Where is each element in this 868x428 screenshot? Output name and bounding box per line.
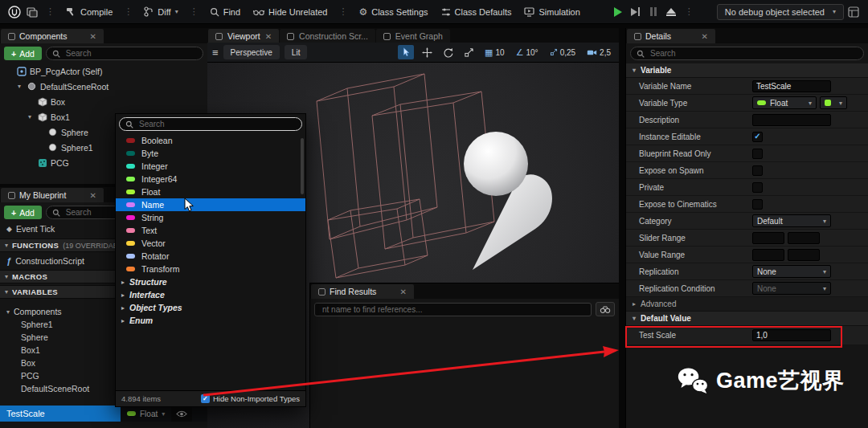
rotate-tool-button[interactable] — [440, 45, 456, 59]
eject-button[interactable] — [663, 4, 679, 20]
hide-non-imported-checkbox[interactable]: ✓ — [201, 394, 210, 403]
close-tab-icon[interactable]: ✕ — [90, 32, 96, 41]
debug-object-select[interactable]: No debug object selected ▾ — [717, 4, 844, 20]
perspective-button[interactable]: Perspective — [223, 45, 280, 59]
variable-section-header[interactable]: ▾ Variable — [626, 63, 868, 78]
type-picker-search-input[interactable] — [137, 119, 296, 129]
type-option-boolean[interactable]: Boolean — [116, 134, 305, 147]
close-tab-icon[interactable]: ✕ — [400, 287, 407, 296]
grid-snap-control[interactable]: ▦ 10 — [481, 47, 508, 58]
slider-range-min-input[interactable] — [752, 232, 784, 244]
play-options-kebab-icon[interactable]: ⋮ — [681, 6, 698, 17]
class-defaults-button[interactable]: Class Defaults — [436, 5, 518, 19]
camera-speed-control[interactable]: 2,5 — [583, 48, 614, 57]
type-option-vector[interactable]: Vector — [116, 237, 305, 250]
compile-button[interactable]: Compile — [60, 4, 118, 19]
category-dropdown[interactable]: Default▾ — [752, 214, 831, 227]
move-tool-button[interactable] — [419, 45, 435, 59]
add-component-button[interactable]: + Add — [4, 47, 42, 60]
find-in-blueprints-button[interactable] — [596, 302, 615, 316]
type-option-integer64[interactable]: Integer64 — [116, 173, 305, 185]
scale-tool-button[interactable] — [461, 45, 477, 59]
tab-details[interactable]: Details ✕ — [627, 29, 715, 43]
tab-construction-script[interactable]: Construction Scr... — [280, 29, 375, 43]
expander-icon[interactable]: ▾ — [26, 113, 34, 120]
expander-icon[interactable]: ▾ — [15, 83, 23, 90]
simulation-button[interactable]: Simulation — [518, 5, 585, 19]
tab-event-graph[interactable]: Event Graph — [376, 29, 450, 43]
variable-type-dropdown[interactable]: Float ▾ — [121, 406, 171, 422]
replication-condition-dropdown[interactable]: None▾ — [752, 282, 831, 295]
default-value-section-header[interactable]: ▾ Default Value — [626, 312, 868, 326]
variable-type-dropdown[interactable]: Float▾ — [752, 96, 817, 109]
select-tool-button[interactable] — [398, 45, 414, 59]
hide-unrelated-button[interactable]: Hide Unrelated — [248, 5, 333, 19]
variable-visibility-toggle[interactable] — [171, 406, 192, 422]
value-range-max-input[interactable] — [788, 249, 820, 261]
type-option-byte[interactable]: Byte — [116, 147, 305, 160]
close-tab-icon[interactable]: ✕ — [90, 191, 96, 200]
type-option-name[interactable]: Name — [116, 198, 305, 211]
tab-my-blueprint[interactable]: My Blueprint ✕ — [1, 188, 104, 202]
close-tab-icon[interactable]: ✕ — [702, 32, 708, 41]
add-blueprint-item-button[interactable]: + Add — [4, 206, 42, 219]
tab-viewport[interactable]: Viewport ✕ — [208, 29, 279, 43]
components-search[interactable] — [46, 47, 203, 60]
slider-range-max-input[interactable] — [788, 232, 820, 244]
value-range-min-input[interactable] — [752, 249, 784, 261]
instance-editable-checkbox[interactable]: ✓ — [752, 132, 763, 142]
find-results-search-input[interactable] — [321, 304, 585, 315]
details-search[interactable] — [630, 47, 864, 60]
test-scale-input[interactable] — [752, 329, 831, 341]
debug-browse-icon[interactable] — [845, 4, 862, 20]
pause-button[interactable] — [645, 4, 661, 20]
find-results-search[interactable] — [314, 303, 592, 316]
diff-button[interactable]: Diff ▾ — [138, 4, 183, 19]
compile-options-kebab-icon[interactable]: ⋮ — [120, 6, 137, 17]
lit-mode-button[interactable]: Lit — [285, 45, 308, 59]
expose-to-cinematics-checkbox[interactable] — [752, 199, 763, 210]
type-picker-search[interactable] — [119, 117, 302, 131]
type-category-enum[interactable]: ▸Enum — [116, 314, 305, 327]
lit-label: Lit — [292, 48, 301, 57]
type-option-rotator[interactable]: Rotator — [116, 250, 305, 263]
unreal-logo-icon[interactable] — [6, 4, 23, 20]
selected-variable-row[interactable]: TestScale Float ▾ — [0, 406, 207, 422]
rotation-snap-control[interactable]: ∠ 10° — [513, 47, 542, 58]
tab-find-results[interactable]: Find Results ✕ — [311, 284, 414, 299]
scale-snap-control[interactable]: 0,25 — [547, 48, 579, 57]
variable-name-input[interactable] — [752, 80, 831, 92]
tree-item-bp-pcgactor-self[interactable]: BP_PcgActor (Self) — [0, 63, 207, 79]
tree-item-defaultsceneroot[interactable]: ▾DefaultSceneRoot — [0, 79, 207, 94]
scrollbar-thumb[interactable] — [301, 138, 304, 194]
type-category-object-types[interactable]: ▸Object Types — [116, 301, 305, 314]
tab-components[interactable]: Components ✕ — [1, 29, 104, 43]
blueprint-read-only-checkbox[interactable] — [752, 149, 763, 159]
replication-dropdown[interactable]: None▾ — [752, 265, 831, 278]
type-category-interface[interactable]: ▸Interface — [116, 288, 305, 301]
viewport-menu-icon[interactable]: ≡ — [212, 47, 219, 59]
variable-name-cell[interactable]: TestScale — [0, 406, 121, 422]
components-search-input[interactable] — [64, 48, 197, 59]
asset-browser-icon[interactable] — [24, 4, 40, 20]
details-search-input[interactable] — [649, 48, 858, 59]
type-option-string[interactable]: String — [116, 211, 305, 224]
type-option-integer[interactable]: Integer — [116, 160, 305, 173]
container-type-dropdown[interactable]: ▾ — [820, 96, 847, 109]
play-button[interactable] — [610, 4, 626, 20]
advanced-expander[interactable]: ▸ Advanced — [626, 297, 868, 312]
close-tab-icon[interactable]: ✕ — [265, 32, 272, 41]
frame-skip-button[interactable] — [628, 4, 644, 20]
tree-item-box[interactable]: Box — [0, 94, 207, 109]
find-button[interactable]: Find — [204, 5, 246, 19]
description-input[interactable] — [752, 114, 831, 126]
type-category-structure[interactable]: ▸Structure — [116, 275, 305, 288]
private-checkbox[interactable] — [752, 182, 763, 193]
type-option-transform[interactable]: Transform — [116, 263, 305, 275]
description-label: Description — [626, 116, 752, 124]
sphere-mesh[interactable] — [464, 132, 528, 196]
type-option-text[interactable]: Text — [116, 224, 305, 237]
type-option-float[interactable]: Float — [116, 185, 305, 198]
class-settings-button[interactable]: ⚙ Class Settings — [353, 4, 433, 20]
expose-on-spawn-checkbox[interactable] — [752, 165, 763, 176]
